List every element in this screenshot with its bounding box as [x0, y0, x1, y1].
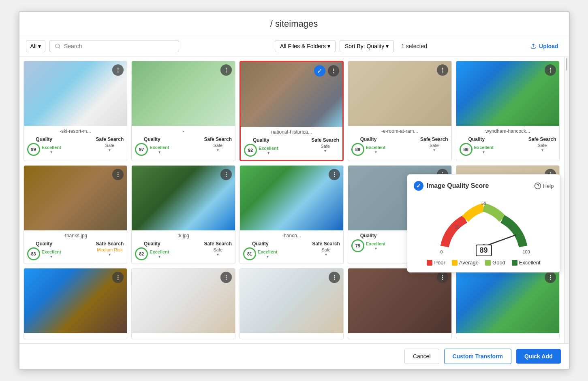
quality-label: Quality [36, 241, 52, 247]
upload-button[interactable]: Upload [526, 40, 562, 52]
search-input[interactable] [64, 43, 174, 49]
quality-score-row: 79 Excellent ▾ [351, 239, 385, 252]
quality-score-row: 92 Excellent ▾ [244, 144, 278, 157]
image-card[interactable]: ⋮ [131, 268, 235, 339]
image-info: -ski-resort-m... Quality 99 Excellent ▾ … [24, 126, 127, 159]
score-circle: 86 [460, 143, 473, 156]
modal-footer: Cancel Custom Transform Quick Add [19, 343, 569, 369]
image-card[interactable]: ⋮ -hanco... Quality 81 Excellent ▾ Safe … [239, 165, 344, 264]
quality-dropdown-arrow[interactable]: ▾ [375, 150, 377, 154]
safesearch-label: Safe Search [204, 241, 232, 247]
dots-menu-button[interactable]: ⋮ [112, 169, 124, 180]
dots-menu-button[interactable]: ⋮ [220, 272, 232, 283]
score-circle: 97 [135, 143, 148, 156]
safesearch-block: Safe Search Safe ▾ [312, 241, 340, 257]
safesearch-dropdown-arrow[interactable]: ▾ [433, 148, 435, 152]
quality-row: Quality 86 Excellent ▾ Safe Search Safe … [460, 136, 556, 156]
image-card[interactable]: ⋮ [239, 268, 344, 339]
quality-row: Quality 99 Excellent ▾ Safe Search Safe … [27, 136, 124, 156]
quality-score-popup: ✓ Image Quality Score Help [407, 174, 561, 272]
quality-label: Quality [144, 241, 160, 247]
safe-search-value: Safe [213, 143, 222, 148]
image-card[interactable]: ✓⋮ national-historica... Quality 92 Exce… [239, 61, 344, 161]
all-dropdown[interactable]: All ▾ [26, 40, 46, 52]
dots-menu-button[interactable]: ⋮ [328, 65, 339, 77]
scrollbar[interactable] [564, 57, 569, 343]
quality-dropdown-arrow[interactable]: ▾ [483, 150, 485, 154]
dots-menu-button[interactable]: ⋮ [545, 64, 556, 76]
safesearch-dropdown-arrow[interactable]: ▾ [109, 252, 111, 257]
svg-line-1 [59, 47, 60, 49]
quality-block: Quality 82 Excellent ▾ [135, 241, 169, 260]
image-card[interactable]: ⋮ [456, 268, 560, 339]
question-icon [534, 182, 541, 189]
all-label: All [30, 43, 37, 49]
image-info: - Quality 97 Excellent ▾ Safe Search Saf… [132, 126, 235, 159]
image-info: national-historica... Quality 92 Excelle… [241, 127, 342, 160]
safesearch-block: Safe Search Safe ▾ [204, 241, 232, 257]
image-card[interactable]: ⋮ [348, 268, 452, 339]
thumb-overlay: ⋮ [220, 64, 232, 76]
score-circle: 82 [135, 247, 148, 260]
quality-dropdown-arrow[interactable]: ▾ [158, 150, 160, 154]
image-card[interactable]: ⋮ -e-room-at-ram... Quality 89 Excellent… [348, 61, 452, 161]
dots-menu-button[interactable]: ⋮ [220, 169, 232, 180]
dots-menu-button[interactable]: ⋮ [112, 64, 124, 76]
dots-menu-button[interactable]: ⋮ [329, 169, 340, 180]
safesearch-dropdown-arrow[interactable]: ▾ [109, 148, 111, 152]
quality-excellent: Excellent [259, 146, 278, 151]
quality-dropdown-arrow[interactable]: ▾ [267, 254, 269, 259]
cancel-button[interactable]: Cancel [404, 349, 439, 364]
safesearch-block: Safe Search Safe ▾ [528, 136, 556, 152]
files-folders-dropdown[interactable]: All Files & Folders ▾ [275, 40, 336, 52]
safesearch-dropdown-arrow[interactable]: ▾ [541, 148, 543, 152]
dots-menu-button[interactable]: ⋮ [329, 272, 340, 283]
safe-search-value: Safe [321, 247, 331, 252]
quality-dropdown-arrow[interactable]: ▾ [50, 254, 52, 259]
sort-dropdown[interactable]: Sort By: Quality ▾ [340, 40, 394, 52]
dots-menu-button[interactable]: ⋮ [112, 272, 124, 283]
quality-score-row: 86 Excellent ▾ [460, 143, 494, 156]
quality-dropdown-arrow[interactable]: ▾ [158, 254, 160, 259]
help-button[interactable]: Help [534, 182, 554, 189]
chevron-down-icon: ▾ [386, 43, 389, 49]
gauge-container: 0 25 50 75 100 89 [427, 196, 541, 256]
quality-label: Quality [36, 136, 52, 142]
dots-menu-button[interactable]: ⋮ [220, 64, 232, 76]
quality-dropdown-arrow[interactable]: ▾ [50, 150, 52, 154]
thumb-overlay: ⋮ [437, 272, 448, 283]
search-box [49, 40, 179, 52]
image-card[interactable]: ⋮ - Quality 97 Excellent ▾ Safe Search [131, 61, 235, 161]
quality-block: Quality 81 Excellent ▾ [243, 241, 277, 260]
safesearch-dropdown-arrow[interactable]: ▾ [217, 148, 219, 152]
legend-good: Good [485, 260, 505, 266]
quick-add-button[interactable]: Quick Add [516, 349, 561, 364]
image-thumbnail: ⋮ [132, 166, 235, 230]
image-card[interactable]: ⋮ [24, 268, 128, 339]
quality-score-row: 97 Excellent ▾ [135, 143, 169, 156]
image-card[interactable]: ⋮ -thanks.jpg Quality 83 Excellent ▾ Saf… [24, 165, 128, 264]
safesearch-dropdown-arrow[interactable]: ▾ [217, 252, 219, 257]
legend-average: Average [452, 260, 479, 266]
custom-transform-button[interactable]: Custom Transform [444, 349, 511, 364]
quality-block: Quality 89 Excellent ▾ [351, 136, 385, 156]
image-thumbnail: ⋮ [456, 268, 560, 333]
image-card[interactable]: ⋮ -ski-resort-m... Quality 99 Excellent … [24, 61, 128, 161]
dots-menu-button[interactable]: ⋮ [545, 272, 556, 283]
quality-dropdown-arrow[interactable]: ▾ [375, 246, 377, 251]
image-card[interactable]: ⋮ wyndham-hancock... Quality 86 Excellen… [456, 61, 560, 161]
dots-menu-button[interactable]: ⋮ [437, 64, 448, 76]
safesearch-dropdown-arrow[interactable]: ▾ [325, 252, 327, 257]
quality-dropdown-arrow[interactable]: ▾ [267, 151, 269, 155]
safesearch-dropdown-arrow[interactable]: ▾ [324, 149, 326, 153]
image-card[interactable]: ⋮ :k.jpg Quality 82 Excellent ▾ Safe Sea… [131, 165, 235, 264]
quality-score-row: 82 Excellent ▾ [135, 247, 169, 260]
dots-menu-button[interactable]: ⋮ [437, 272, 448, 283]
popup-title-row: ✓ Image Quality Score [414, 181, 489, 191]
image-thumbnail: ⋮ [240, 268, 343, 333]
image-filename: - [135, 128, 232, 134]
quality-excellent: Excellent [150, 249, 169, 254]
svg-text:0: 0 [440, 249, 443, 254]
image-filename: wyndham-hancock... [460, 128, 556, 134]
svg-point-0 [56, 44, 60, 48]
